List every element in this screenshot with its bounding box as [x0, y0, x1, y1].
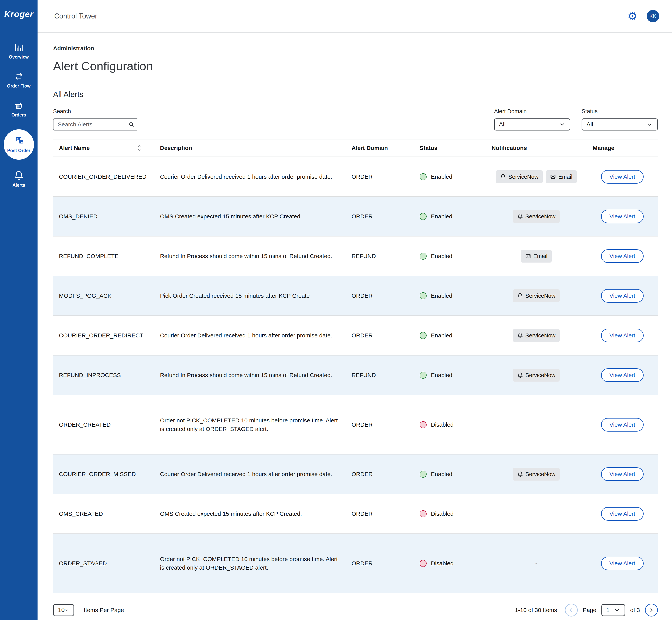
description-cell: OMS Created expected 15 minutes after KC…	[154, 197, 346, 236]
main-column: Control Tower ⚙ KK Administration Alert …	[38, 0, 672, 620]
status-badge: Enabled	[431, 292, 452, 300]
status-value: All	[586, 121, 593, 128]
alert-domain-cell: ORDER	[346, 454, 414, 494]
status-select[interactable]: All	[581, 118, 658, 131]
description-cell: Pick Order Created received 15 minutes a…	[154, 276, 346, 316]
gear-icon[interactable]: ⚙	[627, 10, 637, 22]
chevron-right-icon	[649, 607, 654, 613]
sidebar-item-label: Post Order	[7, 148, 30, 153]
bell-icon	[14, 170, 24, 181]
sidebar-item-label: Orders	[11, 112, 26, 118]
chevron-down-icon	[559, 121, 565, 128]
sidebar-item-label: Alerts	[12, 183, 25, 188]
status-badge: Enabled	[431, 172, 452, 181]
page-select[interactable]: 1	[602, 604, 625, 616]
table-row: REFUND_COMPLETE Refund In Process should…	[53, 236, 658, 276]
search-input[interactable]	[53, 118, 138, 131]
manage-cell: View Alert	[587, 395, 658, 454]
mail-icon	[550, 174, 556, 180]
description-cell: Order not PICK_COMPLETED 10 minutes befo…	[154, 395, 346, 454]
kroger-logo: Kroger	[4, 9, 33, 19]
alert-domain-cell: ORDER	[346, 157, 414, 197]
notifications-cell: ServiceNow	[486, 454, 587, 494]
page-title: Alert Configuration	[53, 59, 658, 73]
app-title: Control Tower	[54, 12, 97, 20]
notification-chip-label: Email	[558, 173, 572, 181]
status-badge: Enabled	[431, 252, 452, 260]
alert-domain-value: All	[499, 121, 506, 128]
sidebar-item-label: Order Flow	[7, 84, 31, 89]
sidebar-item-orders[interactable]: Orders	[2, 100, 35, 118]
alert-domain-cell: REFUND	[346, 355, 414, 395]
sort-icon[interactable]	[137, 145, 142, 152]
view-alert-button[interactable]: View Alert	[601, 210, 643, 223]
page-count-label: of 3	[630, 607, 640, 613]
status-dot	[420, 292, 427, 299]
alert-domain-cell: ORDER	[346, 316, 414, 355]
col-status: Status	[414, 139, 486, 157]
sidebar-item-label: Overview	[9, 54, 29, 60]
order-flow-arrows-icon	[14, 71, 24, 82]
alert-name-cell: ORDER_CREATED	[53, 395, 154, 454]
alert-domain-cell: ORDER	[346, 534, 414, 593]
manage-cell: View Alert	[587, 157, 658, 197]
status-cell: Enabled	[414, 355, 486, 395]
notification-chip: Email	[546, 170, 577, 183]
table-row: MODFS_POG_ACK Pick Order Created receive…	[53, 276, 658, 316]
sidebar-item-alerts[interactable]: Alerts	[2, 170, 35, 188]
search-wrap	[53, 118, 138, 131]
no-notifications-dash: -	[535, 421, 537, 428]
sidebar-item-order-flow[interactable]: Order Flow	[2, 71, 35, 89]
items-per-page-select[interactable]: 10	[53, 604, 74, 616]
table-row: COURIER_ORDER_REDIRECT Courier Order Del…	[53, 316, 658, 355]
description-cell: Refund In Process should come within 15 …	[154, 355, 346, 395]
col-manage: Manage	[587, 139, 658, 157]
alert-domain-field: Alert Domain All	[494, 108, 570, 131]
col-description: Description	[154, 139, 346, 157]
notification-chip-label: ServiceNow	[525, 371, 556, 379]
alert-domain-select[interactable]: All	[494, 118, 570, 131]
view-alert-button[interactable]: View Alert	[601, 329, 643, 342]
no-notifications-dash: -	[535, 560, 537, 567]
items-per-page-group: 10 Items Per Page	[53, 604, 124, 616]
view-alert-button[interactable]: View Alert	[601, 170, 643, 184]
view-alert-button[interactable]: View Alert	[601, 557, 643, 570]
sidebar-item-overview[interactable]: Overview	[2, 42, 35, 60]
view-alert-button[interactable]: View Alert	[601, 368, 643, 382]
alert-domain-cell: REFUND	[346, 236, 414, 276]
notifications-cell: ServiceNow	[486, 316, 587, 355]
notifications-cell: ServiceNow Email	[486, 157, 587, 197]
view-alert-button[interactable]: View Alert	[601, 467, 643, 481]
alert-domain-cell: ORDER	[346, 197, 414, 236]
table-row: OMS_DENIED OMS Created expected 15 minut…	[53, 197, 658, 236]
view-alert-button[interactable]: View Alert	[601, 418, 643, 431]
view-alert-button[interactable]: View Alert	[601, 289, 643, 303]
status-dot	[420, 560, 427, 567]
alert-name-cell: COURIER_ORDER_DELIVERED	[53, 157, 154, 197]
avatar[interactable]: KK	[647, 10, 659, 22]
notification-chip: ServiceNow	[513, 329, 560, 342]
top-bar: Control Tower ⚙ KK	[38, 0, 672, 33]
sidebar-item-post-order[interactable]: Post Order	[4, 129, 34, 160]
manage-cell: View Alert	[587, 236, 658, 276]
next-page-button[interactable]	[645, 604, 658, 617]
view-alert-button[interactable]: View Alert	[601, 507, 643, 521]
status-badge: Enabled	[431, 212, 452, 221]
view-alert-button[interactable]: View Alert	[601, 249, 643, 263]
topbar-right: ⚙ KK	[627, 10, 659, 22]
status-cell: Disabled	[414, 395, 486, 454]
no-notifications-dash: -	[535, 511, 537, 517]
breadcrumb: Administration	[53, 45, 658, 52]
status-dot	[420, 253, 427, 260]
chevron-down-icon	[646, 121, 653, 128]
chevron-down-icon	[64, 607, 69, 613]
status-dot	[420, 471, 427, 478]
status-badge: Enabled	[431, 371, 452, 379]
notification-chip: ServiceNow	[513, 369, 560, 381]
status-dot	[420, 372, 427, 379]
col-alert-name-label: Alert Name	[59, 145, 90, 151]
notifications-cell: ServiceNow	[486, 276, 587, 316]
status-label: Status	[581, 108, 658, 114]
prev-page-button[interactable]	[565, 604, 578, 617]
alert-name-cell: ORDER_STAGED	[53, 534, 154, 593]
